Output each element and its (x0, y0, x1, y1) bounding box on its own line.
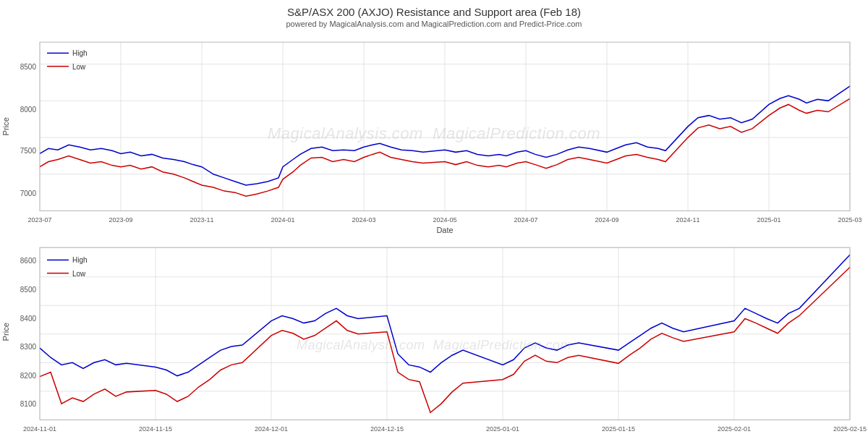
svg-rect-0 (0, 31, 868, 237)
svg-text:Low: Low (72, 270, 86, 278)
top-chart: 7000 7500 8000 8500 2023-07 2023-09 2023… (0, 31, 868, 237)
svg-text:8400: 8400 (20, 314, 37, 322)
svg-text:Price: Price (1, 117, 10, 135)
svg-text:Date: Date (436, 226, 453, 234)
svg-text:8100: 8100 (20, 400, 37, 408)
svg-text:2025-01: 2025-01 (757, 216, 781, 224)
svg-text:2024-11: 2024-11 (676, 216, 700, 224)
svg-text:2024-11-15: 2024-11-15 (139, 425, 172, 433)
svg-text:2024-05: 2024-05 (433, 216, 457, 224)
svg-text:8000: 8000 (20, 106, 37, 114)
svg-text:2023-07: 2023-07 (28, 216, 52, 224)
svg-text:7500: 7500 (20, 147, 37, 155)
svg-text:Low: Low (72, 63, 86, 71)
svg-text:2025-02-15: 2025-02-15 (833, 425, 867, 433)
svg-text:2023-11: 2023-11 (190, 216, 214, 224)
svg-text:8500: 8500 (20, 286, 37, 294)
svg-text:2024-12-01: 2024-12-01 (255, 425, 288, 433)
svg-text:8500: 8500 (20, 63, 37, 71)
svg-text:2024-03: 2024-03 (352, 216, 376, 224)
bottom-chart-wrapper: MagicalAnalysis.com MagicalPrediction.co… (0, 237, 868, 434)
svg-text:7000: 7000 (20, 190, 37, 197)
top-chart-wrapper: MagicalAnalysis.com MagicalPrediction.co… (0, 31, 868, 237)
svg-text:2025-02-01: 2025-02-01 (718, 425, 751, 433)
svg-text:8200: 8200 (20, 372, 37, 380)
svg-text:2025-03: 2025-03 (838, 216, 862, 224)
svg-text:2024-09: 2024-09 (595, 216, 619, 224)
svg-text:2025-01-15: 2025-01-15 (602, 425, 635, 433)
svg-rect-39 (0, 237, 868, 434)
charts-container: MagicalAnalysis.com MagicalPrediction.co… (0, 31, 868, 434)
page-container: S&P/ASX 200 (AXJO) Resistance and Suppor… (0, 0, 868, 434)
svg-text:2025-01-01: 2025-01-01 (486, 425, 519, 433)
chart-title: S&P/ASX 200 (AXJO) Resistance and Suppor… (287, 6, 581, 18)
svg-text:8600: 8600 (20, 257, 37, 265)
svg-text:High: High (72, 256, 88, 264)
chart-subtitle: powered by MagicalAnalysis.com and Magic… (286, 20, 582, 28)
svg-text:2024-01: 2024-01 (271, 216, 295, 224)
svg-text:2023-09: 2023-09 (109, 216, 133, 224)
svg-text:2024-12-15: 2024-12-15 (370, 425, 404, 433)
svg-text:2024-07: 2024-07 (514, 216, 538, 224)
bottom-chart: 8100 8200 8300 8400 8500 8600 2024-11-01… (0, 237, 868, 434)
svg-text:Price: Price (1, 323, 10, 341)
svg-text:2024-11-01: 2024-11-01 (23, 425, 56, 433)
svg-text:8300: 8300 (20, 343, 37, 351)
svg-text:High: High (72, 49, 88, 57)
